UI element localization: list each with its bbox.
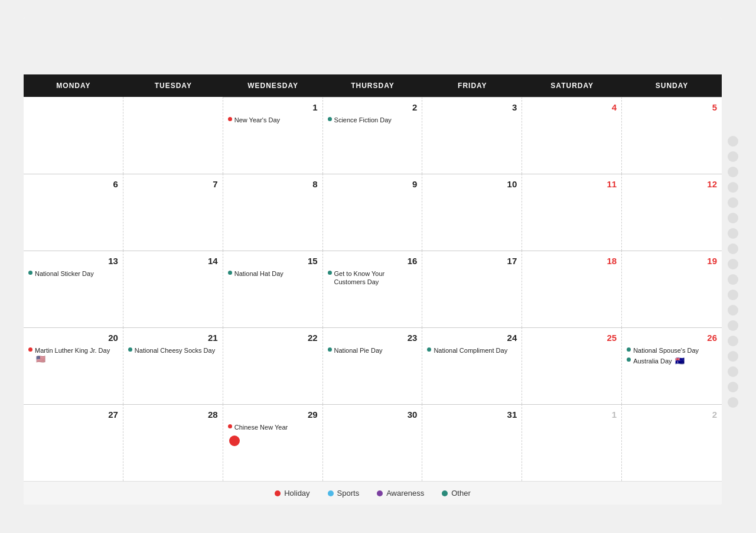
sidebar-dot [728, 397, 738, 408]
cell-date: 28 [128, 410, 218, 420]
footer-legend: HolidaySportsAwarenessOther [24, 481, 722, 505]
event-dot [328, 347, 332, 352]
calendar-cell-24: 24National Compliment Day [422, 327, 522, 404]
calendar-cell-17: 17 [422, 251, 522, 327]
event-text: Get to Know Your Customers Day [334, 269, 418, 287]
day-header-saturday: SATURDAY [522, 74, 622, 97]
event-item: National Spouse's Day [627, 346, 717, 355]
event-text: National Sticker Day [35, 269, 94, 278]
calendar-cell-13: 13National Sticker Day [24, 251, 123, 327]
legend-item: Awareness [377, 489, 424, 498]
calendar-cell-14: 14 [123, 251, 223, 327]
calendar-header [24, 18, 722, 74]
event-text: Science Fiction Day [334, 116, 392, 124]
cell-date: 7 [128, 179, 218, 189]
sidebar-dot [728, 136, 738, 147]
legend-dot [328, 490, 334, 496]
cell-date: 1 [228, 102, 318, 112]
sidebar-dot [728, 213, 738, 223]
cell-date: 19 [627, 256, 717, 266]
legend-dot [442, 490, 448, 496]
cell-date: 12 [627, 179, 717, 189]
calendar-cell-8: 8 [223, 174, 323, 251]
calendar-cell-16: 16Get to Know Your Customers Day [323, 251, 423, 327]
sidebar-dot [728, 182, 738, 193]
event-text: National Spouse's Day [633, 346, 699, 355]
event-item: National Cheesy Socks Day [128, 346, 218, 355]
calendar-cell-11: 11 [522, 174, 622, 251]
event-text: Martin Luther King Jr. Day 🇺🇸 [35, 346, 118, 365]
calendar-container: MONDAYTUESDAYWEDNESDAYTHURSDAYFRIDAYSATU… [24, 18, 722, 505]
cell-date: 26 [627, 333, 717, 343]
calendar-cell-2: 2 [622, 404, 722, 481]
sidebar-dot [728, 228, 738, 239]
sidebar-dot [728, 167, 738, 177]
legend-label: Awareness [386, 489, 424, 498]
main-wrapper: MONDAYTUESDAYWEDNESDAYTHURSDAYFRIDAYSATU… [24, 18, 744, 505]
calendar-cell-4: 4 [522, 97, 622, 174]
event-dot [28, 271, 32, 275]
calendar-cell-30: 30 [323, 404, 423, 481]
legend-label: Holiday [284, 489, 309, 498]
cell-date: 25 [527, 333, 617, 343]
calendar-cell-1: 1 [522, 404, 622, 481]
event-item: National Sticker Day [28, 269, 118, 278]
calendar-cell-18: 18 [522, 251, 622, 327]
sidebar-dot [728, 336, 738, 346]
days-header: MONDAYTUESDAYWEDNESDAYTHURSDAYFRIDAYSATU… [24, 74, 722, 97]
event-text: Australia Day 🇦🇺 [633, 356, 684, 366]
event-item: Martin Luther King Jr. Day 🇺🇸 [28, 346, 118, 365]
sidebar-dot [728, 366, 738, 377]
event-text: National Compliment Day [434, 346, 507, 355]
cell-date: 27 [28, 410, 118, 420]
event-text: New Year's Day [234, 116, 280, 124]
event-dot [128, 347, 132, 352]
chinese-new-year-icon [229, 436, 240, 446]
day-header-tuesday: TUESDAY [123, 74, 223, 97]
event-dot [328, 271, 332, 275]
event-item: National Pie Day [328, 346, 418, 355]
cell-date: 31 [427, 410, 517, 420]
event-item: Australia Day 🇦🇺 [627, 356, 717, 366]
event-text: National Cheesy Socks Day [135, 346, 215, 355]
cell-date: 2 [627, 410, 717, 420]
event-text: Chinese New Year [234, 423, 288, 431]
cell-date: 22 [228, 333, 318, 343]
calendar-cell-21: 21National Cheesy Socks Day [123, 327, 223, 404]
cell-date: 10 [427, 179, 517, 189]
cell-date: 11 [527, 179, 617, 189]
cell-date: 13 [28, 256, 118, 266]
cell-date: 3 [427, 102, 517, 112]
calendar-cell-15: 15National Hat Day [223, 251, 323, 327]
legend-item: Other [442, 489, 471, 498]
calendar-cell-22: 22 [223, 327, 323, 404]
event-dot [328, 117, 332, 121]
calendar-cell-1: 1New Year's Day [223, 97, 323, 174]
event-item: Science Fiction Day [328, 116, 418, 124]
us-flag-icon: 🇺🇸 [36, 355, 45, 365]
cell-date: 2 [328, 102, 418, 112]
calendar-cell-7: 7 [123, 174, 223, 251]
event-dot [228, 271, 232, 275]
event-dot [28, 347, 32, 352]
sidebar-dot [728, 305, 738, 316]
sidebar-dots [722, 18, 744, 505]
cell-date: 21 [128, 333, 218, 343]
calendar-cell-23: 23National Pie Day [323, 327, 423, 404]
event-item: National Compliment Day [427, 346, 517, 355]
legend-label: Other [451, 489, 471, 498]
sidebar-dot [728, 320, 738, 331]
cell-date: 24 [427, 333, 517, 343]
cell-date: 18 [527, 256, 617, 266]
calendar-cell-2: 2Science Fiction Day [323, 97, 423, 174]
calendar-cell-empty-1 [123, 97, 223, 174]
cell-date: 6 [28, 179, 118, 189]
calendar-cell-20: 20Martin Luther King Jr. Day 🇺🇸 [24, 327, 123, 404]
event-dot [627, 358, 631, 362]
cell-date: 23 [328, 333, 418, 343]
legend-item: Sports [328, 489, 360, 498]
au-flag-icon: 🇦🇺 [675, 356, 685, 366]
legend-dot [275, 490, 281, 496]
cell-date: 4 [527, 102, 617, 112]
event-item: National Hat Day [228, 269, 318, 278]
